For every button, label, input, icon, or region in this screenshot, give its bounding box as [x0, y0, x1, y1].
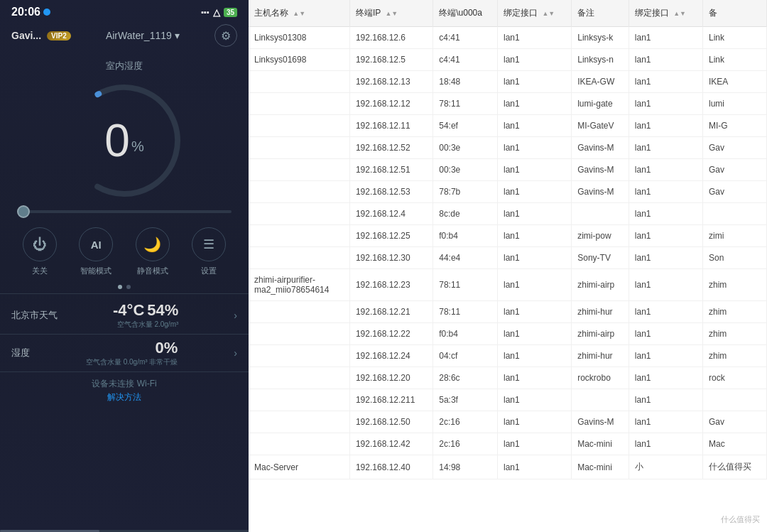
table-cell: 78:11 [433, 301, 498, 323]
table-row[interactable]: 192.168.12.22f0:b4lan1zhimi-airplan1zhim [249, 323, 767, 345]
table-row[interactable]: 192.168.12.5100:3elan1Gavins-Mlan1Gav [249, 159, 767, 181]
table-cell: zhim [703, 345, 767, 367]
table-cell: Linksys-k [572, 27, 629, 49]
col-iface[interactable]: 绑定接口 ▲▼ [498, 0, 572, 27]
table-cell: Mac [703, 433, 767, 455]
table-cell [249, 433, 349, 455]
sort-icon-iface2: ▲▼ [673, 10, 686, 17]
table-row[interactable]: Linksys01308192.168.12.6c4:41lan1Linksys… [249, 27, 767, 49]
table-cell: Linksys01308 [249, 27, 349, 49]
table-cell: lan1 [629, 345, 702, 367]
table-cell: zhim [703, 301, 767, 323]
table-row[interactable]: 192.168.12.3044:e4lan1Sony-TVlan1Son [249, 247, 767, 269]
table-cell: lan1 [629, 323, 702, 345]
silent-mode-button[interactable]: 🌙 静音模式 [136, 227, 170, 276]
table-row[interactable]: 192.168.12.25f0:b4lan1zimi-powlan1zimi [249, 225, 767, 247]
col-mac: 终端\u000a [433, 0, 498, 27]
table-cell: lan1 [629, 247, 702, 269]
settings-button[interactable]: ⚙ [214, 24, 237, 47]
col-iface2[interactable]: 绑定接口 ▲▼ [629, 0, 702, 27]
table-cell: lan1 [498, 115, 572, 137]
ai-mode-button[interactable]: AI 智能模式 [79, 227, 113, 276]
table-cell [249, 301, 349, 323]
table-cell: lan1 [498, 225, 572, 247]
table-row[interactable]: 192.168.12.1154:eflan1MI-GateVlan1MI-G [249, 115, 767, 137]
table-cell: lan1 [498, 203, 572, 225]
wifi-icon: △ [213, 7, 220, 18]
col-ip[interactable]: 终端IP ▲▼ [349, 0, 433, 27]
table-row[interactable]: Linksys01698192.168.12.5c4:41lan1Linksys… [249, 49, 767, 71]
table-cell: 192.168.12.24 [349, 345, 433, 367]
table-row[interactable]: zhimi-airpurifier- ma2_miio78654614192.1… [249, 269, 767, 301]
table-cell: lan1 [498, 181, 572, 203]
slider-track[interactable] [17, 210, 232, 213]
table-cell: lan1 [629, 93, 702, 115]
table-cell: Link [703, 27, 767, 49]
table-row[interactable]: 192.168.12.502c:16lan1Gavins-Mlan1Gav [249, 411, 767, 433]
table-body: Linksys01308192.168.12.6c4:41lan1Linksys… [249, 27, 767, 479]
table-cell: 192.168.12.51 [349, 159, 433, 181]
table-cell: lan1 [498, 93, 572, 115]
table-cell: lan1 [629, 433, 702, 455]
weather-section[interactable]: 北京市天气 -4°C 54% 空气含水量 2.0g/m³ › [0, 293, 249, 334]
vip-badge: VIP2 [47, 31, 71, 40]
table-cell [249, 115, 349, 137]
settings-action-button[interactable]: ☰ 设置 [192, 227, 226, 276]
table-cell: f0:b4 [433, 323, 498, 345]
table-row[interactable]: 192.168.12.5378:7blan1Gavins-Mlan1Gav [249, 181, 767, 203]
table-row[interactable]: 192.168.12.1278:11lan1lumi-gatelan1lumi [249, 93, 767, 115]
weather-temp: -4°C [113, 301, 144, 320]
table-cell: zimi-pow [572, 225, 629, 247]
table-cell: 192.168.12.30 [349, 247, 433, 269]
silent-label: 静音模式 [137, 266, 168, 276]
table-cell: 00:3e [433, 159, 498, 181]
table-cell [703, 203, 767, 225]
table-cell: Gavins-M [572, 159, 629, 181]
table-cell [249, 137, 349, 159]
col-hostname[interactable]: 主机名称 ▲▼ [249, 0, 349, 27]
table-cell: 192.168.12.6 [349, 27, 433, 49]
table-row[interactable]: 192.168.12.2028:6clan1rockrobolan1rock [249, 367, 767, 389]
user-name: Gavi... [11, 30, 41, 41]
table-row[interactable]: 192.168.12.2115a:3flan1lan1 [249, 389, 767, 411]
right-panel: 主机名称 ▲▼ 终端IP ▲▼ 终端\u000a 绑定接口 ▲▼ 备注 绑定接口… [249, 0, 767, 532]
table-cell: lan1 [629, 269, 702, 301]
table-cell: 04:cf [433, 345, 498, 367]
power-button[interactable]: ⏻ 关关 [23, 227, 57, 276]
table-row[interactable]: 192.168.12.5200:3elan1Gavins-Mlan1Gav [249, 137, 767, 159]
humidity-bottom-section[interactable]: 湿度 0% 空气含水量 0.0g/m³ 非常干燥 › [0, 334, 249, 371]
device-selector[interactable]: AirWater_1119 ▾ [106, 30, 180, 41]
table-row[interactable]: Mac-Server192.168.12.4014:98lan1Mac-mini… [249, 455, 767, 479]
table-row[interactable]: 192.168.12.2404:cflan1zhimi-hurlan1zhim [249, 345, 767, 367]
table-cell: lan1 [629, 301, 702, 323]
table-row[interactable]: 192.168.12.2178:11lan1zhimi-hurlan1zhim [249, 301, 767, 323]
table-cell [249, 203, 349, 225]
sort-icon-iface: ▲▼ [542, 10, 555, 17]
dot-1[interactable] [118, 285, 122, 289]
dot-2[interactable] [126, 285, 131, 289]
table-cell: 192.168.12.21 [349, 301, 433, 323]
table-row[interactable]: 192.168.12.1318:48lan1IKEA-GWlan1IKEA [249, 71, 767, 93]
table-cell [249, 181, 349, 203]
weather-humidity-pct: 54% [147, 301, 178, 320]
table-cell: lan1 [498, 345, 572, 367]
table-cell: Gavins-M [572, 411, 629, 433]
table-cell: rockrobo [572, 367, 629, 389]
device-status-link[interactable]: 解决方法 [11, 391, 237, 403]
table-wrapper[interactable]: 主机名称 ▲▼ 终端IP ▲▼ 终端\u000a 绑定接口 ▲▼ 备注 绑定接口… [249, 0, 767, 532]
table-cell: lan1 [629, 389, 702, 411]
table-cell [572, 389, 629, 411]
status-bar: 20:06 ▪▪▪ △ 35 [0, 0, 249, 21]
circle-svg [37, 53, 212, 228]
humidity-circle: 0 % [60, 77, 188, 205]
signal-icon: ▪▪▪ [201, 8, 210, 16]
table-row[interactable]: 192.168.12.48c:delan1lan1 [249, 203, 767, 225]
table-cell: 192.168.12.22 [349, 323, 433, 345]
table-cell: zhim [703, 269, 767, 301]
table-cell: 192.168.12.25 [349, 225, 433, 247]
table-cell [249, 389, 349, 411]
slider-thumb[interactable] [17, 205, 30, 218]
table-cell [249, 93, 349, 115]
table-cell: lan1 [498, 411, 572, 433]
table-row[interactable]: 192.168.12.422c:16lan1Mac-minilan1Mac [249, 433, 767, 455]
